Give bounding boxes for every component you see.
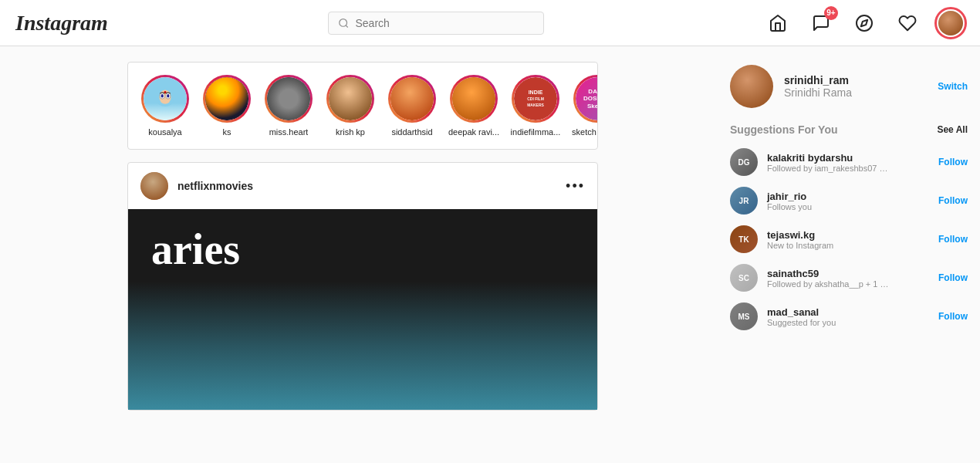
svg-point-9 [167,94,169,98]
story-name-krish: krish kp [336,127,365,137]
search-icon [338,17,350,29]
nav-icons: 9+ [764,9,965,37]
post-username[interactable]: netflixnmovies [177,180,253,192]
suggestion-info-kalakriti: kalakriti bydarshu Followed by iam_rakes… [767,152,929,173]
suggestion-username-kalakriti[interactable]: kalakriti bydarshu [767,152,929,164]
suggestion-sub-madsanal: Suggested for you [767,318,890,327]
messages-badge: 9+ [824,6,838,20]
story-siddarthsid[interactable]: siddarthsid [384,75,440,137]
see-all-button[interactable]: See All [937,124,968,135]
home-button[interactable] [764,9,792,37]
messages-button[interactable]: 9+ [807,9,835,37]
post-user: netflixnmovies [140,172,253,200]
suggestion-info-jahir: jahir_rio Follows you [767,191,929,211]
activity-button[interactable] [894,9,921,37]
post-header: netflixnmovies ••• [128,163,597,209]
stories-container: kousalya ks miss.heart [127,62,598,150]
story-krish[interactable]: krish kp [323,75,378,137]
follow-button-madsanal[interactable]: Follow [938,311,968,322]
search-input[interactable] [355,17,533,29]
post-avatar[interactable] [140,172,168,200]
story-missheart[interactable]: miss.heart [261,75,316,137]
follow-button-sainath[interactable]: Follow [938,272,968,283]
story-name-siddarthsid: siddarthsid [391,127,432,137]
suggestion-avatar-kalakriti[interactable]: DG [730,148,758,176]
suggestion-avatar-tejaswi[interactable]: TK [730,225,758,253]
story-avatar-kousalya [141,75,189,123]
story-sketch[interactable]: DAILYDOSE OFSketch sketch daily... [569,75,598,137]
explore-button[interactable] [850,9,878,37]
svg-marker-3 [861,19,867,25]
sidebar-avatar[interactable] [730,65,773,108]
svg-line-1 [346,25,348,27]
story-kousalya[interactable]: kousalya [137,75,193,137]
story-name-sketch: sketch daily... [572,127,598,137]
story-avatar-deepak [450,75,498,123]
suggestion-sub-tejaswi: New to Instagram [767,241,890,250]
suggestion-item-kalakriti: DG kalakriti bydarshu Followed by iam_ra… [730,148,968,176]
story-avatar-siddarthsid [388,75,436,123]
profile-nav-button[interactable] [937,9,965,37]
story-indie[interactable]: INDIECDI FILMMAKERS indiefilmma... [508,75,563,137]
post-card: netflixnmovies ••• aries [127,162,598,411]
story-avatar-krish [326,75,374,123]
suggestion-username-madsanal[interactable]: mad_sanal [767,306,929,318]
story-avatar-indie: INDIECDI FILMMAKERS [512,75,559,123]
main-content: kousalya ks miss.heart [0,0,980,463]
svg-point-2 [857,15,872,31]
suggestion-username-jahir[interactable]: jahir_rio [767,191,929,202]
suggestion-item-tejaswi: TK tejaswi.kg New to Instagram Follow [730,225,968,253]
header: Instagram 9+ [0,0,980,46]
sidebar-switch-button[interactable]: Switch [938,81,968,92]
follow-button-jahir[interactable]: Follow [938,195,968,206]
suggestion-username-sainath[interactable]: sainathc59 [767,268,929,279]
suggestion-avatar-jahir[interactable]: JR [730,187,758,215]
story-avatar-ks [203,75,251,123]
story-deepak[interactable]: deepak ravi... [446,75,502,137]
story-ks[interactable]: ks [199,75,255,137]
story-name-deepak: deepak ravi... [448,127,499,137]
suggestion-username-tejaswi[interactable]: tejaswi.kg [767,229,929,241]
suggestion-info-tejaswi: tejaswi.kg New to Instagram [767,229,929,250]
suggestion-sub-jahir: Follows you [767,202,890,211]
sidebar-full-name: Srinidhi Rama [784,86,927,99]
feed-column: kousalya ks miss.heart [120,46,598,463]
follow-button-tejaswi[interactable]: Follow [938,234,968,245]
suggestion-info-sainath: sainathc59 Followed by akshatha__p + 1 m… [767,268,929,289]
suggestion-avatar-madsanal[interactable]: MS [730,302,758,330]
suggestion-item-madsanal: MS mad_sanal Suggested for you Follow [730,302,968,330]
svg-point-0 [340,19,347,26]
story-avatar-sketch: DAILYDOSE OFSketch [573,75,598,123]
story-name-indie: indiefilmma... [511,127,561,137]
svg-point-8 [161,94,164,98]
sidebar-profile: srinidhi_ram Srinidhi Rama Switch [730,65,968,108]
suggestion-info-madsanal: mad_sanal Suggested for you [767,306,929,327]
sidebar: srinidhi_ram Srinidhi Rama Switch Sugges… [718,46,980,463]
suggestion-item-sainath: SC sainathc59 Followed by akshatha__p + … [730,264,968,292]
search-bar[interactable] [328,12,544,35]
instagram-logo[interactable]: Instagram [15,11,108,35]
story-avatar-missheart [265,75,313,123]
suggestions-title: Suggestions For You [730,123,838,136]
suggestion-item-jahir: JR jahir_rio Follows you Follow [730,187,968,215]
story-name-ks: ks [223,127,231,137]
follow-button-kalakriti[interactable]: Follow [938,157,968,167]
story-name-missheart: miss.heart [269,127,309,137]
sidebar-user-info: srinidhi_ram Srinidhi Rama [784,74,927,99]
post-more-button[interactable]: ••• [566,178,585,194]
story-name-kousalya: kousalya [148,127,181,137]
suggestion-sub-sainath: Followed by akshatha__p + 1 more [767,279,890,289]
suggestion-sub-kalakriti: Followed by iam_rakeshbs07 + 3 m... [767,164,890,173]
post-image-text: aries [151,225,240,273]
suggestions-header: Suggestions For You See All [730,123,968,136]
post-image: aries [128,209,597,410]
suggestion-avatar-sainath[interactable]: SC [730,264,758,292]
sidebar-username[interactable]: srinidhi_ram [784,74,927,86]
